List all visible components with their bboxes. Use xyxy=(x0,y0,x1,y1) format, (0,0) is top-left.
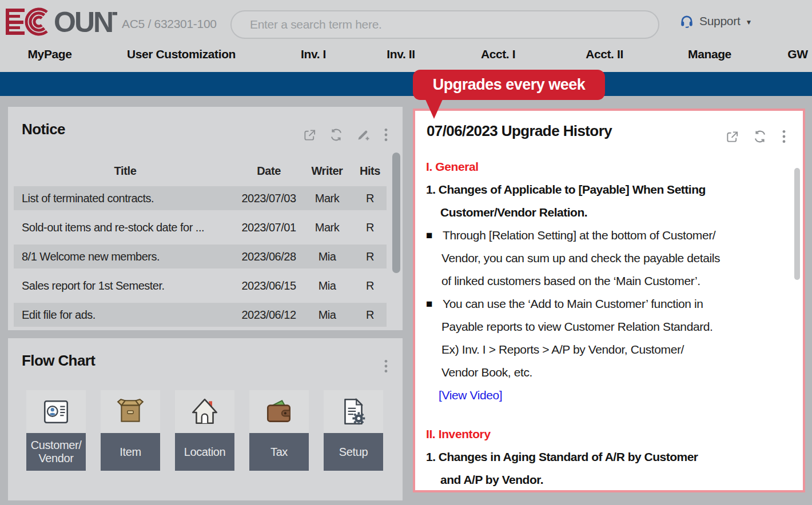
upgrade-history-toolbar xyxy=(726,129,787,144)
notice-table-header: Title Date Writer Hits xyxy=(14,161,387,181)
headset-icon xyxy=(679,14,694,29)
column-header-hits: Hits xyxy=(353,165,387,178)
more-menu-icon[interactable] xyxy=(383,359,389,374)
flow-chart-tiles: Customer/Vendor Item xyxy=(26,390,383,471)
notice-scrollbar-thumb[interactable] xyxy=(392,153,400,273)
tile-label: Location xyxy=(175,433,234,471)
upgrade-history-content: I. General 1. Changes of Applicable to [… xyxy=(426,155,782,491)
tile-setup[interactable]: Setup xyxy=(324,390,383,471)
notice-row[interactable]: Sales report for 1st Semester. 2023/06/1… xyxy=(14,274,387,298)
notice-table: Title Date Writer Hits List of terminate… xyxy=(14,161,387,327)
nav-item-inv2[interactable]: Inv. II xyxy=(387,47,415,61)
view-video-link[interactable]: [View Video] xyxy=(426,384,782,407)
upgrade-history-scrollbar-thumb[interactable] xyxy=(794,168,800,280)
upgrade-detail: Ex) Inv. I > Reports > A/P by Vendor, Cu… xyxy=(426,338,782,361)
flow-chart-widget: Flow Chart xyxy=(8,338,403,500)
tax-wallet-icon xyxy=(249,390,309,433)
upgrade-item: 1. Changes in Aging Standard of A/R by C… xyxy=(426,446,782,468)
nav-item-mypage[interactable]: MyPage xyxy=(28,47,72,61)
tile-customer-vendor[interactable]: Customer/Vendor xyxy=(26,390,86,471)
nav-item-manage[interactable]: Manage xyxy=(688,47,731,61)
logo-text: OUNT xyxy=(54,7,117,36)
notice-row[interactable]: Sold-out items and re-stock date for ...… xyxy=(14,215,387,239)
upgrade-detail: ■ Through [Relation Setting] at the bott… xyxy=(426,224,782,247)
tile-label: Item xyxy=(101,433,160,471)
main-nav: MyPage User Customization Inv. I Inv. II… xyxy=(0,43,812,72)
search-bar xyxy=(230,10,659,39)
upgrade-item: 1. Changes of Applicable to [Payable] Wh… xyxy=(426,178,782,201)
nav-item-inv1[interactable]: Inv. I xyxy=(301,47,326,61)
search-input[interactable] xyxy=(230,10,659,39)
ribbon-bar xyxy=(0,72,812,96)
callout-pointer xyxy=(425,98,443,119)
bullet-square-icon: ■ xyxy=(426,229,443,242)
upgrade-detail: of linked customers based on the ‘Main C… xyxy=(426,270,782,292)
nav-item-gw[interactable]: GW xyxy=(787,47,807,61)
flow-chart-toolbar xyxy=(383,359,389,374)
support-menu[interactable]: Support ▼ xyxy=(679,14,752,29)
location-house-icon xyxy=(175,390,234,433)
nav-item-acct2[interactable]: Acct. II xyxy=(586,47,623,61)
refresh-icon[interactable] xyxy=(753,130,767,143)
ecount-logo[interactable]: OUNT xyxy=(6,7,117,38)
section-heading-inventory: II. Inventory xyxy=(426,423,782,446)
upgrade-detail: Vendor Book, etc. xyxy=(426,361,782,384)
tile-label: Customer/Vendor xyxy=(26,433,86,471)
notice-toolbar xyxy=(303,127,389,142)
more-menu-icon[interactable] xyxy=(383,127,389,142)
column-header-date: Date xyxy=(237,165,301,178)
write-post-icon[interactable] xyxy=(356,128,370,142)
ecount-dashboard: OUNT AC5 / 632301-100 Support ▼ MyPage U… xyxy=(0,0,812,505)
upgrade-history-title: 07/06/2023 Upgrade History xyxy=(427,122,612,140)
section-heading-general: I. General xyxy=(426,155,782,178)
customer-card-icon xyxy=(26,390,86,433)
company-code: AC5 / 632301-100 xyxy=(122,17,217,31)
section-spacer xyxy=(426,407,782,423)
upgrade-history-widget: 07/06/2023 Upgrade History xyxy=(413,109,805,492)
more-menu-icon[interactable] xyxy=(781,129,787,144)
open-new-window-icon[interactable] xyxy=(303,129,316,142)
notice-row[interactable]: List of terminated contracts. 2023/07/03… xyxy=(14,186,387,210)
notice-row[interactable]: 8/1 Welcome new members. 2023/06/28 Mia … xyxy=(14,245,387,268)
notice-title: Notice xyxy=(22,121,65,138)
column-header-writer: Writer xyxy=(301,165,353,178)
caret-down-icon: ▼ xyxy=(745,18,752,26)
notice-row[interactable]: Edit file for ads. 2023/06/12 Mia R xyxy=(14,303,387,327)
open-new-window-icon[interactable] xyxy=(726,130,739,143)
bullet-square-icon: ■ xyxy=(426,298,443,310)
ecount-logo-graphic: OUNT xyxy=(6,7,117,36)
header: OUNT AC5 / 632301-100 Support ▼ xyxy=(0,0,812,43)
tile-tax[interactable]: Tax xyxy=(249,390,309,471)
nav-item-user-customization[interactable]: User Customization xyxy=(127,47,236,61)
upgrade-item: and A/P by Vendor. xyxy=(426,468,782,491)
upgrade-detail: ■ You can use the ‘Add to Main Customer’… xyxy=(426,292,782,315)
support-label: Support xyxy=(699,14,740,28)
upgrades-callout-label: Upgrades every week xyxy=(433,76,586,94)
setup-document-gear-icon xyxy=(324,390,383,433)
tile-location[interactable]: Location xyxy=(175,390,234,471)
column-header-title: Title xyxy=(14,165,237,178)
nav-item-acct1[interactable]: Acct. I xyxy=(481,47,515,61)
upgrades-callout: Upgrades every week xyxy=(413,70,605,100)
tile-label: Tax xyxy=(249,433,309,471)
refresh-icon[interactable] xyxy=(329,128,343,142)
item-box-icon xyxy=(101,390,160,433)
upgrade-item: Customer/Vendor Relation. xyxy=(426,201,782,224)
notice-widget: Notice xyxy=(8,107,403,330)
upgrade-detail: Payable reports to view Customer Relatio… xyxy=(426,315,782,338)
tile-item[interactable]: Item xyxy=(101,390,160,471)
flow-chart-title: Flow Chart xyxy=(22,352,95,370)
tile-label: Setup xyxy=(324,433,383,471)
upgrade-detail: Vendor, you can sum up and check the pay… xyxy=(426,247,782,270)
